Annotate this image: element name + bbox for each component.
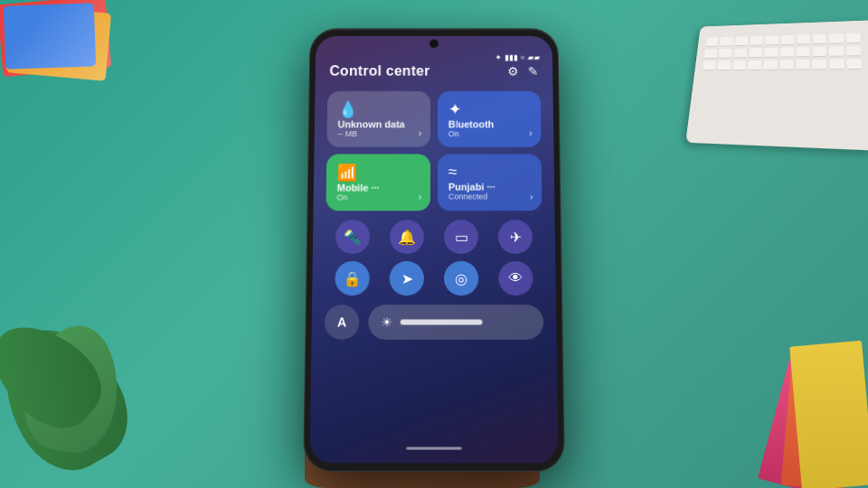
location-button[interactable]: ➤ (390, 261, 424, 296)
data-tile[interactable]: 💧 Unknown data -- MB › (326, 91, 430, 147)
control-center: Control center ⚙ ✎ 💧 Unknown data -- MB … (311, 63, 556, 349)
bluetooth-status-icon: ✦ (495, 53, 502, 62)
wifi-tile-title: Punjabi ··· (448, 182, 531, 192)
mobile-tile-icon: 📶 (337, 164, 357, 182)
edit-icon[interactable]: ✎ (528, 64, 539, 78)
bluetooth-tile-subtitle: On (448, 129, 531, 138)
phone: ✦ ▮▮▮ ≈ ▰▰ Control center ⚙ ✎ (304, 29, 564, 470)
bottom-controls: A ☀ (325, 305, 544, 340)
data-tile-subtitle: -- MB (337, 129, 420, 138)
notebook-yellow (789, 341, 868, 488)
mobile-tile-arrow: › (419, 192, 421, 202)
bell-button[interactable]: 🔔 (390, 220, 424, 254)
bluetooth-tile[interactable]: ✦ Bluetooth On › (438, 91, 542, 147)
cc-header: Control center ⚙ ✎ (327, 63, 540, 79)
notebooks (760, 307, 868, 488)
mobile-tile[interactable]: 📶 Mobile ··· On › (326, 154, 430, 211)
signal-status-icon: ▮▮▮ (505, 53, 518, 62)
tile-grid: 💧 Unknown data -- MB › ✦ Bluetooth On › (326, 91, 542, 211)
brightness-fill (401, 319, 483, 324)
plant (0, 217, 163, 488)
focus-button[interactable]: ◎ (444, 261, 478, 296)
data-tile-title: Unknown data (337, 119, 420, 130)
airplane-button[interactable]: ✈ (498, 220, 533, 254)
brightness-icon: ☀ (381, 314, 392, 329)
home-indicator (406, 447, 461, 450)
phone-body: ✦ ▮▮▮ ≈ ▰▰ Control center ⚙ ✎ (304, 29, 564, 470)
keyboard-keys (693, 24, 868, 79)
mobile-tile-subtitle: On (337, 193, 420, 202)
font-size-button[interactable]: A (325, 305, 360, 340)
wifi-status-icon: ≈ (521, 53, 525, 62)
bluetooth-tile-title: Bluetooth (448, 119, 531, 130)
card-blue (4, 3, 96, 69)
bluetooth-tile-icon: ✦ (448, 100, 462, 117)
desk-cards (0, 0, 145, 108)
settings-icon[interactable]: ⚙ (507, 64, 519, 78)
flashlight-button[interactable]: 🔦 (335, 220, 370, 254)
camera-punch-hole (429, 40, 439, 48)
icon-row-1: 🔦 🔔 ▭ ✈ (326, 220, 542, 254)
bluetooth-tile-arrow: › (529, 128, 532, 138)
mobile-tile-title: Mobile ··· (337, 183, 420, 193)
cc-title: Control center (329, 63, 429, 79)
battery-status-icon: ▰▰ (528, 53, 541, 62)
eye-button[interactable]: 👁 (498, 261, 533, 296)
wifi-tile-subtitle: Connected (448, 192, 532, 202)
screen-mirror-button[interactable]: ▭ (444, 220, 478, 254)
wifi-tile[interactable]: ≈ Punjabi ··· Connected › (438, 154, 542, 211)
cc-header-icons: ⚙ ✎ (507, 64, 538, 78)
data-tile-icon: 💧 (338, 100, 358, 117)
brightness-slider[interactable]: ☀ (368, 305, 543, 340)
wifi-tile-icon: ≈ (448, 163, 458, 181)
data-tile-arrow: › (419, 128, 421, 138)
wifi-tile-arrow: › (530, 192, 533, 202)
lock-rotation-button[interactable]: 🔒 (335, 261, 370, 296)
icon-row-2: 🔒 ➤ ◎ 👁 (325, 261, 542, 296)
status-bar: ✦ ▮▮▮ ≈ ▰▰ (316, 48, 552, 63)
notch-area (316, 36, 552, 48)
keyboard (685, 20, 868, 150)
phone-screen: ✦ ▮▮▮ ≈ ▰▰ Control center ⚙ ✎ (309, 36, 558, 464)
